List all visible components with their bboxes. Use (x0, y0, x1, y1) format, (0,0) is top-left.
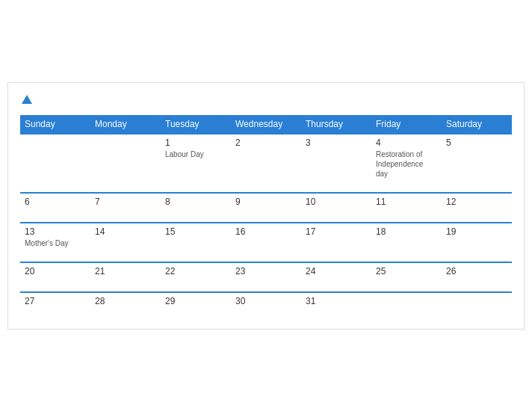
event-label: Restoration of Independence day (376, 149, 437, 179)
day-number: 7 (95, 197, 156, 207)
calendar-cell: 10 (301, 193, 371, 223)
header-sunday: Sunday (20, 115, 90, 134)
day-number: 17 (306, 226, 367, 237)
calendar-cell: 6 (20, 193, 90, 223)
calendar-cell: 29 (161, 292, 231, 321)
calendar-table: Sunday Monday Tuesday Wednesday Thursday… (20, 115, 512, 321)
calendar-cell (442, 292, 512, 321)
calendar-week-row: 20212223242526 (20, 262, 512, 292)
calendar-cell: 22 (161, 262, 231, 292)
calendar-cell: 1Labour Day (161, 134, 231, 193)
header-friday: Friday (371, 115, 442, 134)
day-number: 20 (25, 266, 86, 276)
logo (20, 95, 32, 105)
day-number: 4 (376, 137, 437, 148)
calendar-cell: 16 (231, 223, 301, 262)
header-saturday: Saturday (442, 115, 512, 134)
day-number: 8 (165, 197, 226, 207)
day-number: 22 (165, 266, 226, 276)
day-number: 13 (25, 226, 86, 237)
calendar-cell (90, 134, 161, 193)
calendar-week-row: 2728293031 (20, 292, 512, 321)
day-number: 5 (446, 137, 507, 148)
calendar-week-row: 1Labour Day234Restoration of Independenc… (20, 134, 512, 193)
day-number: 11 (376, 197, 437, 207)
calendar-cell (20, 134, 90, 193)
day-number: 27 (25, 296, 86, 306)
calendar-cell: 25 (371, 262, 442, 292)
calendar-cell: 23 (231, 262, 301, 292)
day-number: 26 (446, 266, 507, 276)
calendar-cell: 5 (442, 134, 512, 193)
calendar-cell: 14 (90, 223, 161, 262)
calendar-cell: 8 (161, 193, 231, 223)
header-thursday: Thursday (301, 115, 371, 134)
header-wednesday: Wednesday (231, 115, 301, 134)
calendar-cell: 3 (301, 134, 371, 193)
day-number: 25 (376, 266, 437, 276)
calendar-cell: 2 (231, 134, 301, 193)
calendar-container: Sunday Monday Tuesday Wednesday Thursday… (7, 82, 525, 330)
day-number: 1 (165, 137, 226, 148)
day-number: 3 (306, 137, 367, 148)
weekday-header-row: Sunday Monday Tuesday Wednesday Thursday… (20, 115, 512, 134)
header-monday: Monday (90, 115, 161, 134)
day-number: 16 (235, 226, 297, 237)
calendar-week-row: 6789101112 (20, 193, 512, 223)
calendar-week-row: 13Mother's Day141516171819 (20, 223, 512, 262)
day-number: 29 (165, 296, 226, 306)
calendar-cell: 20 (20, 262, 90, 292)
day-number: 2 (235, 137, 297, 148)
day-number: 14 (95, 226, 156, 237)
day-number: 6 (25, 197, 86, 207)
calendar-cell: 24 (301, 262, 371, 292)
header-tuesday: Tuesday (161, 115, 231, 134)
calendar-cell (371, 292, 442, 321)
calendar-cell: 7 (90, 193, 161, 223)
calendar-cell: 28 (90, 292, 161, 321)
logo-blue-text (20, 95, 32, 105)
calendar-cell: 12 (442, 193, 512, 223)
calendar-cell: 11 (371, 193, 442, 223)
calendar-cell: 9 (231, 193, 301, 223)
day-number: 18 (376, 226, 437, 237)
event-label: Mother's Day (25, 238, 86, 248)
day-number: 30 (235, 296, 297, 306)
day-number: 9 (235, 197, 297, 207)
day-number: 19 (446, 226, 507, 237)
calendar-cell: 30 (231, 292, 301, 321)
day-number: 15 (165, 226, 226, 237)
day-number: 21 (95, 266, 156, 276)
calendar-cell: 26 (442, 262, 512, 292)
calendar-header (20, 95, 512, 105)
day-number: 31 (306, 296, 367, 306)
calendar-cell: 18 (371, 223, 442, 262)
day-number: 28 (95, 296, 156, 306)
calendar-cell: 27 (20, 292, 90, 321)
calendar-cell: 15 (161, 223, 231, 262)
day-number: 24 (306, 266, 367, 276)
day-number: 23 (235, 266, 297, 276)
calendar-cell: 21 (90, 262, 161, 292)
calendar-cell: 19 (442, 223, 512, 262)
calendar-cell: 31 (301, 292, 371, 321)
calendar-cell: 17 (301, 223, 371, 262)
event-label: Labour Day (165, 149, 226, 159)
calendar-cell: 4Restoration of Independence day (371, 134, 442, 193)
logo-triangle-icon (22, 95, 32, 104)
day-number: 10 (306, 197, 367, 207)
day-number: 12 (446, 197, 507, 207)
calendar-cell: 13Mother's Day (20, 223, 90, 262)
